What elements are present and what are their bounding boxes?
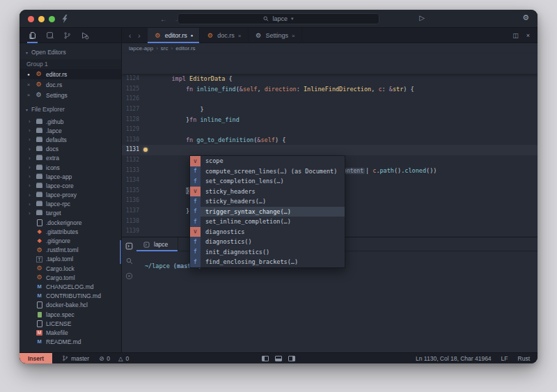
minimize-window-button[interactable] <box>38 16 45 22</box>
completion-item[interactable]: v sticky_headers <box>190 187 345 197</box>
tab-file-icon <box>255 33 262 39</box>
titlebar[interactable]: ← → lapce ▾ ▷ ⚙ <box>19 10 538 28</box>
explorer-file-row[interactable]: CHANGELOG.md <box>19 282 121 291</box>
completion-item[interactable]: f init_diagnostics() <box>190 247 345 258</box>
explorer-folder-row[interactable]: › icons <box>19 163 121 172</box>
tab-close-or-modified-icon[interactable]: × <box>292 33 295 39</box>
completion-item[interactable]: v diagnostics <box>190 227 345 237</box>
explorer-file-row[interactable]: .rustfmt.toml <box>19 246 121 255</box>
chevron-right-icon: › <box>29 182 33 189</box>
problems-panel-icon[interactable] <box>125 272 133 280</box>
git-branch-indicator[interactable]: master <box>62 354 89 362</box>
completion-item[interactable]: f trigger_syntax_change(…) <box>190 207 345 217</box>
terminal-panel-icon[interactable] <box>125 242 133 250</box>
command-palette[interactable]: lapce ▾ <box>178 13 379 24</box>
explorer-file-row[interactable]: LICENSE <box>19 319 121 328</box>
explorer-folder-row[interactable]: › .lapce <box>19 126 121 135</box>
chevron-right-icon: › <box>29 155 33 162</box>
explorer-folder-row[interactable]: › target <box>19 209 121 218</box>
language-mode[interactable]: Rust <box>518 355 530 362</box>
close-or-modified-icon[interactable]: × <box>26 92 31 98</box>
code-line[interactable]: 1131 doc.sc <box>122 145 538 155</box>
explorer-file-row[interactable]: Makefile <box>19 328 121 337</box>
cursor-position[interactable]: Ln 1130, Col 18, Char 41964 <box>416 355 492 362</box>
open-editor-item[interactable]: ● editor.rs <box>19 69 121 79</box>
toggle-bottom-panel-icon[interactable] <box>275 356 282 361</box>
completion-item[interactable]: f compute_screen_lines(…) (as Document) <box>190 166 345 177</box>
tab-close-or-modified-icon[interactable]: ● <box>191 33 194 38</box>
tab-scroll-left-icon[interactable]: ‹ <box>129 32 131 40</box>
explorer-file-row[interactable]: docker-bake.hcl <box>19 301 121 310</box>
editor-tab[interactable]: doc.rs × <box>200 28 248 43</box>
breadcrumb-item[interactable]: src <box>161 45 175 52</box>
completion-label: diagnostics <box>201 227 345 237</box>
source-control-panel-icon[interactable] <box>63 28 72 43</box>
breadcrumb-item[interactable]: editor.rs <box>175 45 195 52</box>
code-line[interactable]: 1126 <box>122 94 538 104</box>
completion-popup[interactable]: v scope f compute_screen_lines(…) (as Do… <box>189 155 345 268</box>
explorer-folder-row[interactable]: › .github <box>19 117 121 126</box>
completion-item[interactable]: f diagnostics() <box>190 237 345 247</box>
close-or-modified-icon[interactable]: × <box>26 81 31 88</box>
line-ending[interactable]: LF <box>501 355 508 362</box>
editor-tab[interactable]: Settings × <box>249 28 302 43</box>
folder-icon <box>36 211 43 215</box>
close-window-button[interactable] <box>28 16 34 22</box>
close-editor-icon[interactable]: × <box>526 32 530 39</box>
editor-tab[interactable]: editor.rs ● <box>148 28 201 43</box>
window-controls <box>28 16 55 22</box>
open-editor-item[interactable]: × doc.rs <box>19 79 121 90</box>
search-panel-icon[interactable] <box>126 258 133 265</box>
file-name: .gitignore <box>46 237 70 244</box>
toggle-right-panel-icon[interactable] <box>288 356 295 361</box>
explorer-folder-row[interactable]: › lapce-proxy <box>19 191 121 200</box>
code-line[interactable]: 1130 doc.content.with_untracked(|c: &Doc… <box>122 135 538 146</box>
completion-item[interactable]: v scope <box>190 156 345 166</box>
tab-close-or-modified-icon[interactable]: × <box>238 33 242 39</box>
settings-gear-icon[interactable]: ⚙ <box>522 13 529 22</box>
completion-item[interactable]: f set_inline_completion(…) <box>190 217 345 227</box>
explorer-file-row[interactable]: .dockerignore <box>19 218 121 227</box>
explorer-file-row[interactable]: Cargo.toml <box>19 273 121 282</box>
zoom-window-button[interactable] <box>49 16 55 22</box>
completion-item[interactable]: f sticky_headers(…) <box>190 196 345 207</box>
file-explorer-section-header[interactable]: ▾ File Explorer <box>19 104 121 115</box>
open-editor-item[interactable]: × Settings <box>19 90 121 100</box>
code-line[interactable]: 1127 fn go_to_definition(&self) { <box>122 104 538 115</box>
breadcrumb-item[interactable]: lapce-app <box>129 45 161 52</box>
open-editors-list: ● editor.rs × doc.rs × Settings <box>19 69 121 100</box>
explorer-file-row[interactable]: CONTRIBUTING.md <box>19 292 121 301</box>
close-or-modified-icon[interactable]: ● <box>26 72 31 77</box>
explorer-file-row[interactable]: README.md <box>19 338 121 347</box>
code-line[interactable]: 1129 let path = match if doc.loaded() { <box>122 125 538 135</box>
explorer-file-row[interactable]: lapce.spec <box>19 310 121 319</box>
split-editor-icon[interactable]: ◫ <box>512 32 519 39</box>
completion-item[interactable]: f find_enclosing_brackets(…) <box>190 257 345 267</box>
plugin-panel-icon[interactable] <box>45 28 54 43</box>
completion-item[interactable]: f set_completion_lens(…) <box>190 176 345 187</box>
explorer-folder-row[interactable]: › lapce-app <box>19 172 121 181</box>
debug-panel-icon[interactable] <box>80 28 89 43</box>
explorer-folder-row[interactable]: › docs <box>19 145 121 154</box>
explorer-file-row[interactable]: .taplo.toml <box>19 255 121 264</box>
explorer-file-row[interactable]: .gitattributes <box>19 227 121 236</box>
explorer-file-row[interactable]: Cargo.lock <box>19 264 121 273</box>
folder-icon <box>36 138 43 142</box>
run-button[interactable]: ▷ <box>419 14 425 22</box>
explorer-folder-row[interactable]: › defaults <box>19 135 121 144</box>
code-action-lightbulb-icon[interactable] <box>143 148 148 152</box>
diagnostics-indicator[interactable]: ⊘ 0 △ 0 <box>99 355 129 362</box>
explorer-file-row[interactable]: .gitignore <box>19 236 121 245</box>
open-editors-section-header[interactable]: ▾ Open Editors <box>19 47 121 58</box>
file-explorer-panel-icon[interactable] <box>28 28 37 43</box>
tab-scroll-right-icon[interactable]: › <box>138 32 140 40</box>
editor-mode-badge[interactable]: Insert <box>19 353 52 364</box>
code-line[interactable]: 1128 let doc: Rc<Doc> = self.doc(); <box>122 115 538 125</box>
explorer-folder-row[interactable]: › lapce-rpc <box>19 200 121 209</box>
explorer-folder-row[interactable]: › lapce-core <box>19 181 121 190</box>
terminal-tab[interactable]: lapce <box>136 237 178 251</box>
explorer-folder-row[interactable]: › extra <box>19 154 121 163</box>
sidebar-scrollbar[interactable] <box>120 240 121 264</box>
toggle-left-panel-icon[interactable] <box>262 356 269 361</box>
navigate-back-button[interactable]: ← <box>160 15 167 23</box>
